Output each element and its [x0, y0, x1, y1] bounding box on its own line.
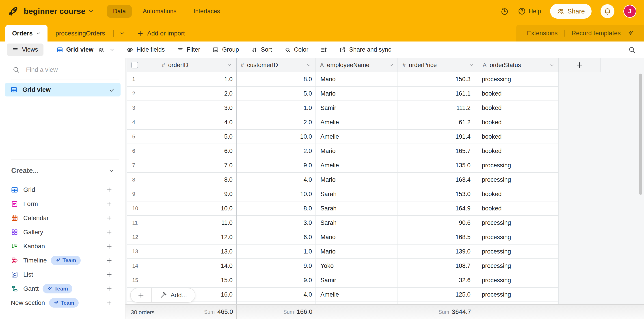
create-item-grid[interactable]: Grid [0, 183, 126, 197]
add-or-import-button[interactable]: Add or import [137, 30, 185, 37]
cell-orderStatus[interactable]: processing [478, 287, 559, 302]
cell-customerID[interactable]: 3.0 [236, 216, 316, 230]
cell-customerID[interactable]: 9.0 [236, 259, 316, 273]
cell-orderPrice[interactable]: 150.3 [398, 72, 478, 87]
field-header-employeeName[interactable]: AemployeeName [316, 58, 398, 72]
field-chevron-icon[interactable] [306, 63, 311, 67]
cell-orderPrice[interactable]: 125.0 [398, 287, 478, 302]
field-header-customerID[interactable]: #customerID [236, 58, 316, 72]
cell-orderPrice[interactable]: 165.7 [398, 144, 478, 158]
cell-customerID[interactable]: 9.0 [236, 273, 316, 287]
search-icon[interactable] [628, 46, 636, 53]
vertical-scrollbar[interactable] [639, 74, 642, 195]
cell-orderStatus[interactable]: processing [478, 244, 559, 259]
add-view-button[interactable] [106, 257, 112, 264]
cell-employeeName[interactable]: Amelie [316, 287, 398, 302]
field-chevron-icon[interactable] [227, 63, 232, 67]
add-view-button[interactable] [106, 299, 112, 306]
extensions-button[interactable]: Extensions [527, 30, 558, 37]
tab-orders-chevron-icon[interactable] [36, 31, 41, 36]
history-icon[interactable] [500, 7, 509, 16]
cell-customerID[interactable]: 1.0 [236, 101, 316, 115]
notifications-button[interactable] [600, 4, 614, 18]
field-header-orderPrice[interactable]: #orderPrice [398, 58, 478, 72]
add-view-button[interactable] [106, 285, 112, 292]
cell-orderID[interactable]: 22.0 [127, 87, 236, 101]
cell-customerID[interactable]: 2.0 [236, 144, 316, 158]
add-view-button[interactable] [106, 243, 112, 250]
cell-orderStatus[interactable]: booked [478, 87, 559, 101]
cell-orderID[interactable]: 55.0 [127, 130, 236, 144]
cell-customerID[interactable]: 10.0 [236, 187, 316, 201]
cell-customerID[interactable]: 4.0 [236, 287, 316, 302]
cell-orderStatus[interactable]: processing [478, 273, 559, 287]
cell-orderID[interactable]: 1414.0 [127, 259, 236, 273]
base-title-chevron-icon[interactable] [88, 8, 94, 14]
cell-orderID[interactable]: 1515.0 [127, 273, 236, 287]
cell-customerID[interactable]: 4.0 [236, 173, 316, 187]
cell-orderPrice[interactable]: 139.0 [398, 244, 478, 259]
cell-customerID[interactable]: 5.0 [236, 87, 316, 101]
cell-orderID[interactable]: 1111.0 [127, 216, 236, 230]
field-chevron-icon[interactable] [389, 63, 394, 67]
record-templates-button[interactable]: Record templates [572, 30, 621, 37]
cell-orderPrice[interactable]: 108.7 [398, 259, 478, 273]
cell-orderID[interactable]: 66.0 [127, 144, 236, 158]
cell-customerID[interactable]: 8.0 [236, 201, 316, 216]
tab-processing-orders[interactable]: processingOrders [48, 25, 113, 42]
cell-customerID[interactable]: 8.0 [236, 72, 316, 87]
color-button[interactable]: Color [284, 46, 308, 53]
cell-orderStatus[interactable]: booked [478, 201, 559, 216]
add-view-button[interactable] [106, 186, 112, 193]
create-item-list[interactable]: List [0, 267, 126, 281]
cell-employeeName[interactable]: Samir [316, 101, 398, 115]
cell-orderID[interactable]: 1313.0 [127, 244, 236, 259]
cell-orderStatus[interactable]: booked [478, 187, 559, 201]
cell-orderID[interactable]: 1212.0 [127, 230, 236, 244]
cell-employeeName[interactable]: Sarah [316, 187, 398, 201]
cell-employeeName[interactable]: Amelie [316, 130, 398, 144]
add-view-button[interactable] [106, 201, 112, 207]
sum-orderID[interactable]: Sum465.0 [175, 308, 233, 315]
cell-orderStatus[interactable]: booked [478, 130, 559, 144]
cell-employeeName[interactable]: Sarah [316, 216, 398, 230]
cell-customerID[interactable]: 1.0 [236, 244, 316, 259]
create-item-gantt[interactable]: GanttTeam [0, 281, 126, 296]
cell-customerID[interactable]: 9.0 [236, 158, 316, 173]
cell-orderID[interactable]: 99.0 [127, 187, 236, 201]
cell-orderID[interactable]: 33.0 [127, 101, 236, 115]
cell-employeeName[interactable]: Sarah [316, 201, 398, 216]
add-row-button[interactable] [131, 292, 151, 299]
create-item-kanban[interactable]: Kanban [0, 239, 126, 253]
cell-orderPrice[interactable]: 90.6 [398, 216, 478, 230]
sidebar-view-grid-view[interactable]: Grid view [5, 83, 120, 97]
tab-list-chevron-icon[interactable] [120, 31, 125, 36]
create-section-header[interactable]: Create... [11, 167, 114, 175]
help-button[interactable]: Help [518, 7, 541, 15]
cell-employeeName[interactable]: Mario [316, 173, 398, 187]
group-button[interactable]: Group [212, 46, 239, 53]
cell-orderID[interactable]: 77.0 [127, 158, 236, 173]
cell-employeeName[interactable]: Yoko [316, 259, 398, 273]
filter-button[interactable]: Filter [177, 46, 200, 53]
create-item-new-section[interactable]: New sectionTeam [0, 296, 126, 310]
add-field-button[interactable] [559, 58, 600, 72]
row-height-button[interactable] [320, 47, 327, 53]
cell-employeeName[interactable]: Mario [316, 144, 398, 158]
view-chevron-icon[interactable] [110, 47, 114, 52]
cell-orderStatus[interactable]: processing [478, 259, 559, 273]
cell-employeeName[interactable]: Mario [316, 72, 398, 87]
sum-customerID[interactable]: Sum166.0 [254, 308, 312, 315]
views-button[interactable]: Views [7, 44, 44, 56]
base-title[interactable]: beginner course [24, 7, 85, 16]
avatar[interactable]: J [624, 5, 636, 18]
nav-tab-automations[interactable]: Automations [137, 5, 182, 18]
ai-add-button[interactable]: Add... [152, 292, 195, 299]
cell-orderPrice[interactable]: 32.6 [398, 273, 478, 287]
cell-employeeName[interactable]: Amelie [316, 115, 398, 130]
cell-employeeName[interactable]: Samir [316, 273, 398, 287]
create-item-calendar[interactable]: 31Calendar [0, 211, 126, 225]
share-button[interactable]: Share [550, 4, 592, 19]
hide-fields-button[interactable]: Hide fields [126, 46, 165, 53]
chevron-down-icon[interactable] [108, 168, 114, 174]
